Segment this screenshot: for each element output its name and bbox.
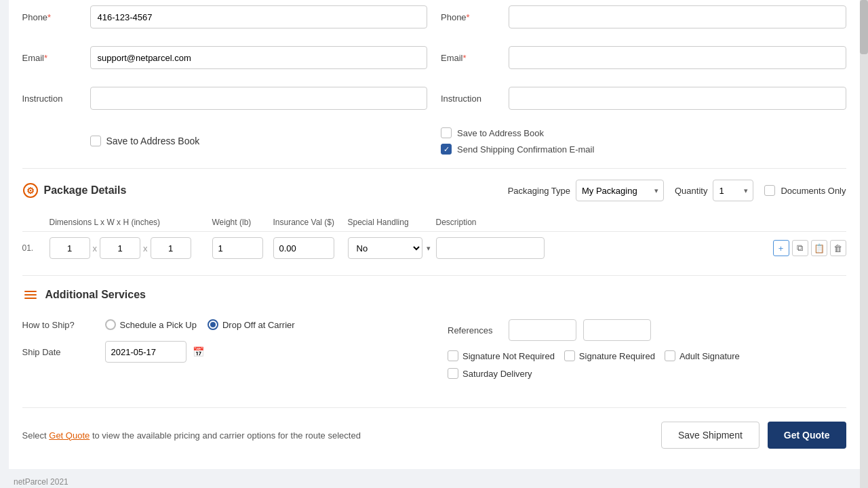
sig-required-checkbox[interactable] bbox=[564, 350, 575, 361]
how-to-ship-label: How to Ship? bbox=[22, 320, 97, 330]
weight-input[interactable] bbox=[212, 237, 263, 259]
dropoff-option[interactable]: Drop Off at Carrier bbox=[208, 319, 295, 330]
svg-text:⚙: ⚙ bbox=[26, 186, 35, 196]
left-email-label: Email* bbox=[22, 53, 83, 63]
date-input-wrapper: 📅 bbox=[105, 341, 207, 363]
get-quote-button[interactable]: Get Quote bbox=[768, 422, 846, 449]
schedule-pickup-option[interactable]: Schedule a Pick Up bbox=[105, 319, 197, 330]
right-instruction-col: Instruction bbox=[441, 87, 846, 110]
calendar-icon[interactable]: 📅 bbox=[191, 344, 207, 360]
get-quote-link[interactable]: Get Quote bbox=[49, 430, 90, 441]
left-save-address-label: Save to Address Book bbox=[106, 136, 200, 146]
brand-name: netParcel bbox=[14, 477, 48, 487]
left-email-col: Email* bbox=[22, 46, 428, 69]
dim-sep-2: x bbox=[143, 243, 148, 253]
col-dimensions-header: Dimensions L x W x H (inches) bbox=[50, 218, 212, 227]
left-panel: How to Ship? Schedule a Pick Up Drop Off… bbox=[22, 319, 421, 386]
description-input[interactable] bbox=[436, 237, 545, 259]
dropoff-radio[interactable] bbox=[208, 319, 218, 330]
sig-not-required-label: Signature Not Required bbox=[462, 351, 555, 361]
ship-date-input[interactable] bbox=[105, 341, 186, 363]
left-instruction-col: Instruction bbox=[22, 87, 428, 110]
package-icon: ⚙ bbox=[22, 182, 39, 199]
right-save-address-label: Save to Address Book bbox=[457, 128, 544, 138]
quantity-select-wrapper: 1 2 3 bbox=[713, 180, 753, 201]
left-email-input[interactable] bbox=[90, 46, 428, 69]
references-row: References bbox=[448, 319, 846, 341]
page-footer: netParcel 2021 bbox=[0, 469, 868, 488]
left-save-address-checkbox[interactable] bbox=[90, 136, 101, 146]
right-email-input[interactable] bbox=[509, 46, 846, 69]
address-book-row: Save to Address Book Save to Address Boo… bbox=[22, 122, 846, 163]
signature-options-row: Signature Not Required Signature Require… bbox=[448, 350, 846, 361]
footer-hint: Select Get Quote to view the available p… bbox=[22, 430, 361, 441]
documents-only-label: Documents Only bbox=[781, 186, 846, 196]
col-handling-header: Special Handling bbox=[348, 218, 436, 227]
table-row: 01. x x No Yes bbox=[22, 232, 846, 264]
ship-method-radio-group: Schedule a Pick Up Drop Off at Carrier bbox=[105, 319, 295, 330]
svg-rect-3 bbox=[24, 294, 37, 296]
saturday-delivery-checkbox[interactable] bbox=[448, 368, 458, 379]
scrollbar-thumb[interactable] bbox=[860, 0, 868, 54]
documents-only-group: Documents Only bbox=[764, 185, 846, 196]
schedule-pickup-radio[interactable] bbox=[105, 319, 116, 330]
documents-only-checkbox[interactable] bbox=[764, 185, 775, 196]
svg-rect-2 bbox=[24, 291, 37, 292]
insurance-col bbox=[273, 237, 348, 259]
adult-sig-checkbox[interactable] bbox=[665, 350, 675, 361]
packaging-type-select-wrapper: My Packaging FedEx Box FedEx Envelope Ot… bbox=[576, 180, 664, 201]
ship-date-row: Ship Date 📅 bbox=[22, 341, 421, 363]
quantity-group: Quantity 1 2 3 bbox=[675, 180, 753, 201]
insurance-input[interactable] bbox=[273, 237, 334, 259]
quantity-select[interactable]: 1 2 3 bbox=[713, 180, 753, 201]
scrollbar[interactable] bbox=[860, 0, 868, 488]
quantity-label: Quantity bbox=[675, 186, 707, 196]
right-phone-input[interactable] bbox=[509, 5, 846, 28]
right-instruction-label: Instruction bbox=[441, 94, 502, 104]
package-title-area: ⚙ Package Details bbox=[22, 182, 127, 199]
left-instruction-input[interactable] bbox=[90, 87, 428, 110]
left-phone-input[interactable] bbox=[90, 5, 428, 28]
description-col bbox=[436, 237, 768, 259]
delete-row-button[interactable]: 🗑 bbox=[830, 240, 846, 256]
package-controls: Packaging Type My Packaging FedEx Box Fe… bbox=[508, 180, 846, 201]
copy-row-button[interactable]: ⧉ bbox=[792, 240, 808, 256]
send-confirmation-label: Send Shipping Confirmation E-mail bbox=[457, 144, 594, 155]
send-confirmation-checkbox[interactable] bbox=[441, 144, 452, 155]
dim-h-input[interactable] bbox=[151, 237, 191, 259]
instruction-row: Instruction Instruction bbox=[22, 81, 846, 115]
left-phone-label: Phone* bbox=[22, 12, 83, 22]
saturday-delivery-item: Saturday Delivery bbox=[448, 368, 532, 379]
reference-1-input[interactable] bbox=[509, 319, 576, 341]
right-phone-label: Phone* bbox=[441, 12, 502, 22]
email-row: Email* Email* bbox=[22, 41, 846, 75]
packaging-type-select[interactable]: My Packaging FedEx Box FedEx Envelope Ot… bbox=[576, 180, 664, 201]
left-phone-col: Phone* bbox=[22, 5, 428, 28]
sig-not-required-checkbox[interactable] bbox=[448, 350, 458, 361]
schedule-pickup-label: Schedule a Pick Up bbox=[120, 320, 197, 330]
packaging-type-group: Packaging Type My Packaging FedEx Box Fe… bbox=[508, 180, 664, 201]
packaging-type-label: Packaging Type bbox=[508, 186, 570, 196]
adult-sig-label: Adult Signature bbox=[679, 351, 740, 361]
phone-row: Phone* Phone* bbox=[22, 0, 846, 34]
handling-select[interactable]: No Yes bbox=[348, 237, 422, 259]
dim-l-input[interactable] bbox=[50, 237, 90, 259]
right-checkbox-col: Save to Address Book Send Shipping Confi… bbox=[441, 127, 846, 155]
row-index: 01. bbox=[22, 243, 50, 253]
paste-row-button[interactable]: 📋 bbox=[811, 240, 827, 256]
right-instruction-input[interactable] bbox=[509, 87, 846, 110]
right-phone-col: Phone* bbox=[441, 5, 846, 28]
row-actions: + ⧉ 📋 🗑 bbox=[768, 240, 846, 256]
col-weight-header: Weight (lb) bbox=[212, 218, 273, 227]
save-shipment-button[interactable]: Save Shipment bbox=[661, 422, 760, 449]
saturday-delivery-row: Saturday Delivery bbox=[448, 368, 846, 379]
main-content: Phone* Phone* Email* Email* bbox=[9, 0, 860, 469]
right-email-col: Email* bbox=[441, 46, 846, 69]
dim-w-input[interactable] bbox=[100, 237, 140, 259]
col-insurance-header: Insurance Val ($) bbox=[273, 218, 348, 227]
add-row-button[interactable]: + bbox=[773, 240, 789, 256]
footer-bar: Select Get Quote to view the available p… bbox=[22, 407, 846, 455]
right-save-address-checkbox[interactable] bbox=[441, 127, 452, 138]
reference-2-input[interactable] bbox=[583, 319, 651, 341]
saturday-delivery-label: Saturday Delivery bbox=[462, 369, 532, 379]
